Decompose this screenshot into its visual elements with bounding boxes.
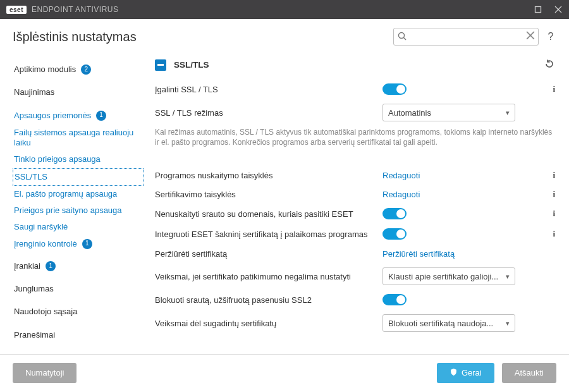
label-integrate-root: Integruoti ESET šakninį sertifikatą į pa… [155, 230, 382, 239]
sidebar-item-notifications[interactable]: Pranešimai [13, 326, 144, 344]
sidebar-item-detection-engine[interactable]: Aptikimo modulis 2 [13, 61, 144, 78]
chevron-down-icon: ▾ [506, 319, 510, 328]
sidebar-item-realtime-fs[interactable]: Failų sistemos apsauga realiuoju laiku [13, 125, 144, 152]
page-title: Išplėstinis nustatymas [13, 30, 137, 44]
label-cert-rules: Sertifikavimo taisyklės [155, 190, 382, 199]
sidebar-item-tools[interactable]: Įrankiai 1 [13, 257, 144, 275]
product-name: ENDPOINT ANTIVIRUS [32, 5, 118, 14]
section-header: SSL/TLS [155, 54, 555, 79]
row-ssl-mode: SSL / TLS režimas Automatinis ▾ [155, 99, 555, 126]
label-ssl-mode: SSL / TLS režimas [155, 108, 382, 118]
select-value: Blokuoti sertifikatą naudoja... [388, 319, 493, 328]
row-trusted-domains: Nenuskaityti srauto su domenais, kuriais… [155, 204, 555, 224]
sidebar-item-network-access[interactable]: Tinklo prieigos apsauga [13, 151, 144, 168]
toggle-trusted-domains[interactable] [382, 208, 407, 219]
sidebar-item-label: Saugi naršyklė [14, 222, 68, 232]
row-block-ssl2: Blokuoti srautą, užšifruotą pasenusiu SS… [155, 290, 555, 310]
ok-button[interactable]: Gerai [437, 363, 494, 383]
sidebar-item-ui[interactable]: Naudotojo sąsaja [13, 303, 144, 321]
sidebar-item-label: Prieigos prie saityno apsauga [14, 205, 122, 216]
select-value: Klausti apie sertifikato galioji... [388, 272, 498, 281]
select-damaged-cert[interactable]: Blokuoti sertifikatą naudoja... ▾ [382, 314, 515, 332]
sidebar-item-device-control[interactable]: Įrenginio kontrolė 1 [13, 236, 144, 252]
info-icon[interactable]: i [544, 229, 555, 239]
clear-search-icon[interactable] [526, 31, 535, 42]
sidebar-item-email-client[interactable]: El. pašto programų apsauga [13, 186, 144, 202]
badge: 1 [46, 261, 56, 271]
select-ssl-mode[interactable]: Automatinis ▾ [382, 104, 515, 121]
badge: 2 [81, 64, 91, 75]
label-trusted-domains: Nenuskaityti srauto su domenais, kuriais… [155, 209, 382, 219]
chevron-down-icon: ▾ [506, 109, 510, 117]
info-icon[interactable]: i [544, 84, 555, 94]
header: Išplėstinis nustatymas ? [0, 19, 569, 52]
label-block-ssl2: Blokuoti srautą, užšifruotą pasenusiu SS… [155, 295, 382, 305]
sidebar-item-label: Failų sistemos apsauga realiuoju laiku [14, 128, 142, 149]
sidebar-item-label: Tinklo prieigos apsauga [14, 154, 101, 164]
row-enable-ssl: Įgalinti SSL / TLS i [155, 79, 555, 99]
search-box [393, 28, 539, 46]
label-enable-ssl: Įgalinti SSL / TLS [155, 85, 382, 94]
toggle-enable-ssl[interactable] [382, 83, 407, 95]
info-icon[interactable]: i [544, 170, 555, 180]
badge: 1 [96, 111, 106, 121]
sidebar-item-label: Pranešimai [14, 330, 55, 340]
sidebar-item-secure-browser[interactable]: Saugi naršyklė [13, 219, 144, 235]
row-integrate-root: Integruoti ESET šakninį sertifikatą į pa… [155, 224, 555, 244]
defaults-button[interactable]: Numatytoji [13, 363, 76, 383]
select-unknown-validity[interactable]: Klausti apie sertifikato galioji... ▾ [382, 267, 515, 285]
sidebar-item-label: El. pašto programų apsauga [14, 189, 117, 199]
sidebar-item-protections[interactable]: Apsaugos priemonės 1 [13, 107, 144, 125]
collapse-icon[interactable] [155, 59, 166, 71]
link-edit-cert-rules[interactable]: Redaguoti [382, 190, 420, 199]
sidebar-item-label: Apsaugos priemonės [14, 111, 91, 121]
titlebar: eset ENDPOINT ANTIVIRUS [0, 0, 569, 19]
cancel-button[interactable]: Atšaukti [502, 363, 556, 383]
brand-logo: eset [6, 6, 27, 14]
main-panel: SSL/TLS Įgalinti SSL / TLS i SSL / TLS r… [149, 52, 569, 354]
toggle-block-ssl2[interactable] [382, 294, 407, 305]
section-title: SSL/TLS [174, 60, 209, 70]
search-icon [397, 31, 407, 44]
sidebar-item-label: Įrankiai [14, 261, 40, 271]
toggle-integrate-root[interactable] [382, 228, 407, 240]
window-controls [534, 5, 563, 14]
label-damaged-cert: Veiksmai dėl sugadintų sertifikatų [155, 319, 382, 328]
sidebar-item-update[interactable]: Naujinimas [13, 83, 144, 101]
row-app-rules: Programos nuskaitymo taisyklės Redaguoti… [155, 166, 555, 185]
help-icon[interactable]: ? [545, 31, 556, 42]
link-view-cert[interactable]: Peržiūrėti sertifikatą [382, 249, 455, 259]
row-unknown-validity: Veiksmai, jei sertifikato patikimumo neg… [155, 263, 555, 290]
sidebar-item-ssltls[interactable]: SSL/TLS [13, 168, 144, 186]
sidebar: Aptikimo modulis 2 Naujinimas Apsaugos p… [0, 52, 149, 354]
row-ssl-mode-note: Kai režimas automatinis, SSL / TLS aktyv… [155, 126, 555, 152]
row-view-cert: Peržiūrėti sertifikatą Peržiūrėti sertif… [155, 244, 555, 263]
info-icon[interactable]: i [544, 209, 555, 219]
row-cert-rules: Sertifikavimo taisyklės Redaguoti i [155, 185, 555, 204]
chevron-down-icon: ▾ [506, 273, 510, 281]
search-input[interactable] [393, 28, 539, 46]
svg-point-3 [399, 33, 405, 39]
sidebar-item-web-access[interactable]: Prieigos prie saityno apsauga [13, 202, 144, 219]
ok-button-label: Gerai [462, 368, 482, 377]
window-maximize-icon[interactable] [534, 5, 542, 14]
sidebar-item-connectivity[interactable]: Junglumas [13, 280, 144, 298]
sidebar-item-label: Įrenginio kontrolė [14, 239, 77, 249]
sidebar-item-label: Naujinimas [14, 87, 54, 97]
revert-icon[interactable] [544, 58, 555, 71]
row-damaged-cert: Veiksmai dėl sugadintų sertifikatų Bloku… [155, 310, 555, 336]
label-unknown-validity: Veiksmai, jei sertifikato patikimumo neg… [155, 272, 382, 281]
footer: Numatytoji Gerai Atšaukti [0, 354, 569, 391]
sidebar-item-label: Junglumas [14, 284, 54, 294]
svg-line-4 [404, 38, 407, 40]
link-edit-app-rules[interactable]: Redaguoti [382, 171, 420, 180]
svg-rect-0 [535, 7, 541, 13]
badge: 1 [82, 239, 92, 249]
brand: eset ENDPOINT ANTIVIRUS [6, 5, 118, 14]
select-value: Automatinis [388, 108, 431, 118]
info-icon[interactable]: i [544, 189, 555, 199]
sidebar-item-label: SSL/TLS [15, 172, 47, 182]
label-app-rules: Programos nuskaitymo taisyklės [155, 171, 382, 180]
window-close-icon[interactable] [554, 5, 563, 14]
note-ssl-mode: Kai režimas automatinis, SSL / TLS aktyv… [155, 127, 555, 147]
